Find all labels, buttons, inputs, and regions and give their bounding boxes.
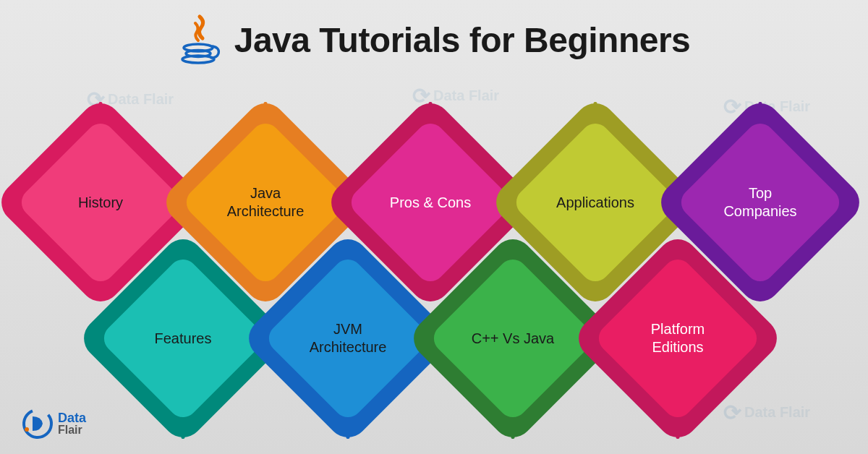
svg-point-4: [25, 427, 29, 432]
dataflair-logo: Data Flair: [22, 408, 86, 440]
topic-label: Features: [107, 262, 259, 414]
topic-java-architecture: Java Architecture: [190, 127, 341, 278]
topic-label: C++ Vs Java: [437, 262, 589, 414]
topic-cpp-vs-java: C++ Vs Java: [437, 262, 589, 414]
topic-label: JVM Architecture: [272, 262, 424, 414]
topic-label: Pros & Cons: [354, 127, 506, 278]
page-title: Java Tutorials for Beginners: [234, 20, 691, 60]
topic-jvm-architecture: JVM Architecture: [272, 262, 424, 414]
topic-label: Top Companies: [684, 127, 836, 278]
topic-label: History: [25, 127, 176, 278]
topic-platform-editions: Platform Editions: [602, 262, 754, 414]
svg-point-2: [182, 56, 214, 63]
topic-top-companies: Top Companies: [684, 127, 836, 278]
topic-label: Java Architecture: [190, 127, 341, 278]
dataflair-text: Data Flair: [58, 411, 86, 436]
topic-applications: Applications: [519, 127, 671, 278]
java-logo-icon: [178, 13, 221, 67]
topics-diagram: History Java Architecture Pros & Cons Ap…: [0, 105, 868, 437]
topic-history: History: [25, 127, 176, 278]
topic-features: Features: [107, 262, 259, 414]
topic-label: Platform Editions: [602, 262, 754, 414]
header: Java Tutorials for Beginners: [0, 0, 868, 67]
topic-pros-cons: Pros & Cons: [354, 127, 506, 278]
dataflair-icon: [22, 408, 54, 440]
topic-label: Applications: [519, 127, 671, 278]
